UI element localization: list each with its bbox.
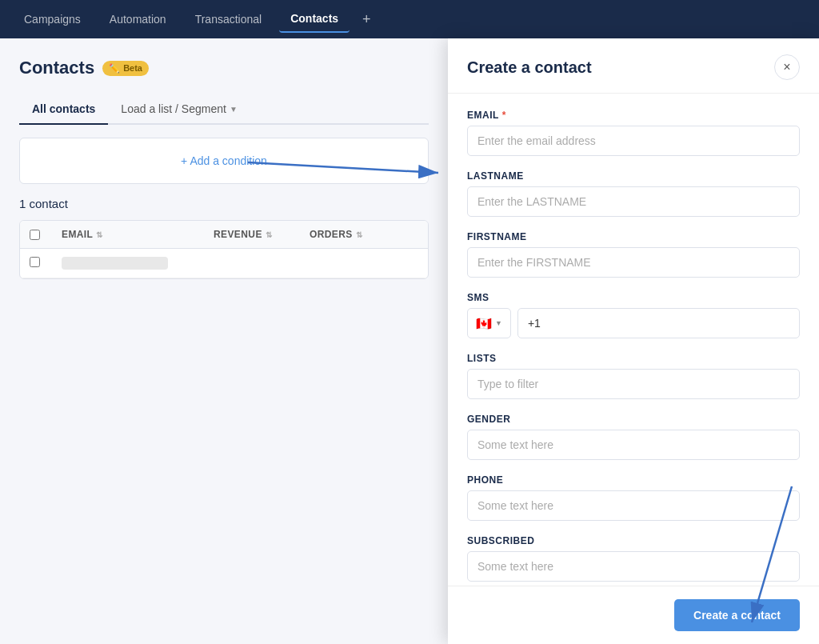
flag-icon: 🇨🇦 — [476, 316, 492, 331]
td-checkbox — [20, 249, 52, 278]
gender-form-group: GENDER — [467, 414, 800, 460]
sort-icon: ⇅ — [356, 230, 362, 239]
nav-automation[interactable]: Automation — [98, 6, 178, 32]
top-navigation: Campaigns Automation Transactional Conta… — [0, 0, 819, 38]
lastname-form-group: LASTNAME — [467, 170, 800, 217]
required-indicator: * — [502, 110, 506, 121]
th-actions — [396, 226, 428, 242]
gender-label: GENDER — [467, 414, 800, 425]
drawer-footer: Create a contact — [448, 586, 819, 644]
table-row — [20, 249, 428, 278]
lastname-label: LASTNAME — [467, 170, 800, 182]
tab-load-segment[interactable]: Load a list / Segment ▼ — [108, 94, 250, 123]
page-title-row: Contacts ✏️ Beta — [19, 58, 429, 78]
select-all-checkbox[interactable] — [30, 230, 40, 240]
subscribed-label: SUBSCRIBED — [467, 535, 800, 546]
firstname-input[interactable] — [467, 247, 800, 278]
chevron-down-icon: ▼ — [230, 105, 238, 114]
close-drawer-button[interactable]: × — [774, 54, 800, 80]
drawer-body: EMAIL * LASTNAME FIRSTNAME SMS � — [448, 94, 819, 586]
nav-transactional[interactable]: Transactional — [184, 6, 274, 32]
tabs-row: All contacts Load a list / Segment ▼ — [19, 94, 429, 125]
td-revenue — [204, 255, 300, 271]
phone-form-group: PHONE — [467, 474, 800, 521]
email-input[interactable] — [467, 126, 800, 156]
create-contact-button[interactable]: Create a contact — [674, 599, 800, 631]
lastname-input[interactable] — [467, 186, 800, 217]
blurred-email — [62, 257, 168, 270]
th-checkbox — [20, 222, 52, 248]
dropdown-arrow-icon: ▼ — [495, 319, 502, 327]
lists-form-group: LISTS — [467, 353, 800, 399]
subscribed-form-group: SUBSCRIBED — [467, 535, 800, 582]
th-email-label: EMAIL — [62, 229, 93, 240]
th-revenue-label: REVENUE — [214, 229, 262, 240]
sms-label: SMS — [467, 292, 800, 303]
subscribed-input[interactable] — [467, 551, 800, 582]
td-row-actions — [396, 255, 428, 271]
phone-input[interactable] — [467, 490, 800, 521]
nav-contacts[interactable]: Contacts — [279, 6, 350, 33]
th-orders-label: ORDERS — [310, 229, 353, 240]
add-condition-box: + Add a condition — [19, 138, 429, 184]
drawer-title: Create a contact — [467, 58, 592, 77]
th-email[interactable]: EMAIL ⇅ — [52, 221, 204, 248]
left-panel: Contacts ✏️ Beta All contacts Load a lis… — [0, 38, 448, 644]
drawer-header: Create a contact × — [448, 38, 819, 94]
sort-icon: ⇅ — [266, 230, 272, 239]
sort-icon: ⇅ — [96, 230, 102, 239]
sms-number-input[interactable] — [517, 308, 800, 338]
row-checkbox[interactable] — [30, 257, 40, 267]
sms-form-group: SMS 🇨🇦 ▼ — [467, 292, 800, 338]
td-orders — [300, 255, 396, 271]
contacts-table: EMAIL ⇅ REVENUE ⇅ ORDERS ⇅ — [19, 220, 429, 279]
th-orders[interactable]: ORDERS ⇅ — [300, 221, 396, 248]
pencil-icon: ✏️ — [109, 63, 120, 74]
country-code-selector[interactable]: 🇨🇦 ▼ — [467, 308, 511, 338]
lists-filter-input[interactable] — [467, 369, 800, 399]
beta-label: Beta — [123, 63, 142, 73]
phone-label: PHONE — [467, 474, 800, 486]
email-label: EMAIL * — [467, 110, 800, 121]
create-contact-drawer: Create a contact × EMAIL * LASTNAME FIRS… — [448, 38, 819, 644]
lists-label: LISTS — [467, 353, 800, 364]
email-form-group: EMAIL * — [467, 110, 800, 156]
page-title: Contacts — [19, 58, 94, 78]
email-label-text: EMAIL — [467, 110, 499, 121]
contact-count: 1 contact — [19, 197, 429, 210]
firstname-label: FIRSTNAME — [467, 231, 800, 242]
sms-row: 🇨🇦 ▼ — [467, 308, 800, 338]
th-revenue[interactable]: REVENUE ⇅ — [204, 221, 300, 248]
tab-load-segment-label: Load a list / Segment — [121, 102, 226, 115]
main-content: Contacts ✏️ Beta All contacts Load a lis… — [0, 38, 819, 644]
beta-badge: ✏️ Beta — [102, 61, 149, 76]
nav-plus-button[interactable]: + — [356, 8, 378, 31]
add-condition-button[interactable]: + Add a condition — [181, 154, 267, 167]
gender-input[interactable] — [467, 430, 800, 460]
td-email — [52, 249, 204, 278]
nav-campaigns[interactable]: Campaigns — [13, 6, 92, 32]
table-header: EMAIL ⇅ REVENUE ⇅ ORDERS ⇅ — [20, 221, 428, 249]
tab-all-contacts[interactable]: All contacts — [19, 94, 108, 125]
firstname-form-group: FIRSTNAME — [467, 231, 800, 278]
